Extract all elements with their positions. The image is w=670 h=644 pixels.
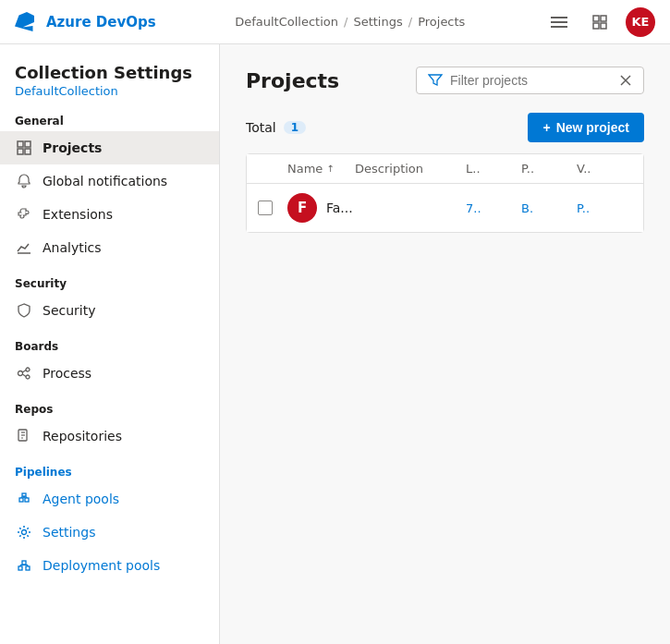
- sidebar-item-deployment-pools[interactable]: Deployment pools: [0, 549, 219, 582]
- sidebar-title: Collection Settings: [15, 63, 204, 82]
- app-body: Collection Settings DefaultCollection Ge…: [0, 44, 670, 644]
- chart-icon: [15, 238, 33, 257]
- sidebar-subtitle: DefaultCollection: [15, 84, 204, 98]
- svg-rect-28: [18, 566, 22, 570]
- sidebar-item-settings[interactable]: Settings: [0, 516, 219, 549]
- svg-rect-22: [22, 493, 26, 496]
- svg-point-13: [26, 375, 30, 379]
- col-header-last: L..: [466, 162, 521, 176]
- repo-icon: [15, 427, 33, 445]
- filter-box: [416, 67, 644, 94]
- topbar-icons: KE: [544, 7, 655, 37]
- bell-icon: [15, 172, 33, 190]
- deploy-icon: [15, 556, 33, 575]
- sidebar-item-repositories-label: Repositories: [43, 429, 122, 444]
- svg-rect-10: [25, 149, 30, 154]
- section-label-general: General: [0, 102, 219, 131]
- sidebar-item-projects[interactable]: Projects: [0, 131, 219, 164]
- sidebar-item-extensions[interactable]: Extensions: [0, 198, 219, 231]
- filter-clear-button[interactable]: [619, 74, 632, 87]
- sidebar-item-deployment-pools-label: Deployment pools: [43, 558, 160, 573]
- svg-rect-21: [25, 498, 29, 502]
- sidebar-header: Collection Settings DefaultCollection: [0, 44, 219, 102]
- svg-rect-3: [593, 16, 599, 21]
- box-icon: [591, 14, 608, 30]
- project-last: 7..: [466, 201, 521, 215]
- filter-icon: [428, 73, 443, 88]
- process-icon: [15, 364, 33, 383]
- table-row: F Fa... 7.. B. P..: [247, 184, 643, 232]
- page-title: Projects: [246, 69, 339, 92]
- svg-rect-30: [22, 561, 26, 565]
- breadcrumb-collection[interactable]: DefaultCollection: [235, 15, 338, 29]
- col-header-description: Description: [355, 162, 466, 176]
- svg-rect-0: [551, 17, 567, 18]
- sidebar-item-projects-label: Projects: [43, 140, 102, 155]
- section-label-repos: Repos: [0, 390, 219, 419]
- svg-line-15: [22, 374, 26, 377]
- azure-devops-logo-icon: [15, 10, 39, 34]
- svg-rect-20: [19, 498, 23, 502]
- svg-point-12: [26, 368, 30, 371]
- sidebar-item-process[interactable]: Process: [0, 357, 219, 390]
- svg-rect-6: [601, 23, 606, 29]
- box-icon-button[interactable]: [585, 7, 615, 37]
- col-header-visibility: V..: [577, 162, 632, 176]
- svg-rect-8: [25, 141, 30, 147]
- sidebar-item-global-notifications-label: Global notifications: [43, 174, 167, 188]
- section-label-security: Security: [0, 264, 219, 294]
- row-checkbox[interactable]: [258, 200, 273, 215]
- sidebar-item-security-label: Security: [43, 303, 96, 318]
- list-icon: [551, 14, 567, 30]
- sidebar-item-security[interactable]: Security: [0, 294, 219, 327]
- grid-icon: [15, 139, 33, 157]
- shield-icon: [15, 301, 33, 320]
- logo[interactable]: Azure DevOps: [15, 10, 156, 34]
- projects-toolbar: Total 1 + New project: [246, 113, 644, 142]
- project-process: B.: [521, 201, 577, 215]
- svg-point-27: [22, 530, 27, 535]
- svg-rect-7: [18, 141, 23, 147]
- total-label: Total 1: [246, 120, 306, 135]
- project-avatar: F: [287, 193, 317, 223]
- svg-rect-1: [551, 21, 567, 23]
- new-project-button[interactable]: + New project: [528, 113, 644, 142]
- sidebar-item-agent-pools-label: Agent pools: [43, 492, 119, 506]
- user-avatar[interactable]: KE: [626, 7, 655, 37]
- svg-rect-4: [601, 16, 606, 21]
- list-icon-button[interactable]: [544, 7, 574, 37]
- svg-point-11: [18, 371, 23, 376]
- svg-line-14: [22, 371, 26, 373]
- sort-icon: ↑: [326, 164, 334, 174]
- total-badge: 1: [284, 121, 306, 134]
- svg-rect-9: [18, 149, 23, 154]
- project-visibility: P..: [577, 201, 632, 215]
- sidebar: Collection Settings DefaultCollection Ge…: [0, 44, 220, 644]
- sidebar-item-repositories[interactable]: Repositories: [0, 419, 219, 453]
- section-label-pipelines: Pipelines: [0, 453, 219, 482]
- main-content: Projects Total 1 + New project: [220, 44, 670, 644]
- sidebar-item-analytics[interactable]: Analytics: [0, 231, 219, 264]
- sidebar-item-global-notifications[interactable]: Global notifications: [0, 164, 219, 198]
- logo-text: Azure DevOps: [46, 14, 156, 30]
- svg-rect-2: [551, 26, 567, 28]
- svg-rect-5: [593, 23, 599, 29]
- new-project-label: New project: [556, 120, 629, 135]
- breadcrumb-settings[interactable]: Settings: [353, 15, 402, 29]
- breadcrumb: DefaultCollection / Settings / Projects: [167, 15, 533, 29]
- col-header-name[interactable]: Name ↑: [287, 162, 355, 176]
- main-header: Projects: [246, 67, 644, 94]
- svg-rect-29: [26, 566, 30, 570]
- sidebar-item-process-label: Process: [43, 366, 91, 381]
- col-header-process: P..: [521, 162, 577, 176]
- agent-icon: [15, 490, 33, 508]
- gear-icon: [15, 523, 33, 541]
- filter-input[interactable]: [450, 73, 612, 88]
- new-project-icon: +: [542, 120, 550, 135]
- breadcrumb-sep-2: /: [408, 15, 412, 29]
- project-name-cell: F Fa...: [287, 193, 355, 223]
- puzzle-icon: [15, 205, 33, 224]
- sidebar-item-agent-pools[interactable]: Agent pools: [0, 482, 219, 516]
- project-name[interactable]: Fa...: [326, 200, 353, 215]
- sidebar-item-analytics-label: Analytics: [43, 240, 102, 255]
